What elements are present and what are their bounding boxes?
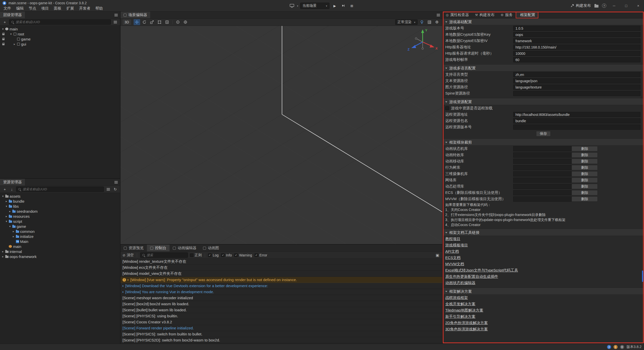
log-entry[interactable]: ! ▸ [Scene] [PHYSICS]: switch from built… [120,331,442,337]
refresh-assets-icon[interactable]: ↻ [112,187,118,192]
menu-item[interactable]: 面板 [51,6,64,11]
asset-row[interactable]: script [0,219,120,224]
asset-row[interactable]: assets [0,194,120,199]
asset-row[interactable]: Main [0,239,120,244]
delete-module-button[interactable]: 删除 [572,146,598,151]
solution-link[interactable]: 全栈开发解决方案 [445,302,475,307]
log-filter-checkbox[interactable]: ✓ Info [221,253,232,257]
move-tool-button[interactable] [134,19,140,25]
doc-link[interactable]: Excel格式转Json文件与TypeScript代码工具 [445,268,518,273]
panel-menu-icon[interactable] [112,12,120,18]
close-button[interactable]: × [634,2,642,10]
asset-row[interactable]: bundle [0,199,120,204]
collapse-logs-icon[interactable]: ▣ [435,252,440,258]
expand-arrow-icon[interactable] [12,230,15,233]
text-input[interactable] [513,124,640,130]
regex-checkbox[interactable] [190,253,193,257]
create-node-button[interactable]: + [2,19,8,25]
rect-tool-button[interactable] [156,19,163,25]
scene-settings-gear-icon[interactable]: ⚙ [434,19,440,25]
inspector-tab[interactable]: 构建发布 [472,12,498,18]
text-input[interactable]: framework [513,38,640,43]
log-entry[interactable]: ! ▸ [Scene] [PHYSICS]: using builtin. [120,313,442,319]
asset-row[interactable]: common [0,229,120,234]
text-input[interactable]: language/json [513,78,640,83]
log-filter-checkbox[interactable]: ✓ Warning [234,253,252,257]
info-count-badge[interactable]: 3 [607,345,611,349]
assets-panel-tab[interactable]: 资源管理器 [0,179,25,186]
delete-module-button[interactable]: 删除 [572,178,598,183]
sort-assets-icon[interactable] [105,187,111,192]
scene-light-toggle[interactable] [419,19,425,25]
hierarchy-panel-tab[interactable]: 层级管理器 [0,12,25,18]
expand-arrow-icon[interactable] [1,195,5,198]
expand-arrow-icon[interactable] [9,32,13,36]
projection-3d-button[interactable]: 3D [123,19,131,25]
preview-window-grid-icon[interactable]: ⊞ [349,3,355,9]
project-folder-icon[interactable] [594,5,598,8]
pivot-toggle-button[interactable] [175,19,181,25]
expand-arrow-icon[interactable] [13,42,16,46]
expand-icon[interactable]: ▸ [128,278,129,281]
log-entry[interactable]: ! ▸ [Scene] [PHYSICS2D]: switch from box… [120,337,442,343]
doc-link[interactable]: 动画状态机编辑器 [445,281,475,285]
solution-link[interactable]: 3D角色扮演游戏解决方案 [445,327,488,332]
doc-link[interactable]: 游戏模板项目 [445,243,468,248]
coordinate-toggle-button[interactable] [182,19,189,25]
scene-grid-toggle[interactable] [426,19,433,25]
minimize-button[interactable]: ─ [610,2,618,10]
hierarchy-node-row[interactable]: main [0,26,120,31]
scale-tool-button[interactable] [149,19,155,25]
bottom-panel-tab[interactable]: 资源预览 [120,245,147,251]
lock-icon[interactable] [1,38,6,40]
text-input[interactable]: oops [513,32,640,37]
bottom-panel-tab[interactable]: 控制台 [147,245,170,251]
expand-arrow-icon[interactable] [5,205,8,208]
asset-row[interactable]: internal [0,249,120,254]
rotate-tool-button[interactable] [141,19,148,25]
error-count-badge[interactable]: 0 [620,345,624,349]
expand-arrow-icon[interactable] [1,27,5,31]
section-header[interactable]: 框架文档工具链接 [443,229,644,236]
hierarchy-node-row[interactable]: game [0,36,120,41]
preview-scene-select[interactable]: 当前场景 ▾ [300,3,330,9]
delete-module-button[interactable]: 删除 [572,196,598,202]
asset-row[interactable]: main [0,244,120,249]
doc-link[interactable]: ECS文档 [445,255,461,260]
menu-item[interactable]: 节点 [26,6,39,11]
import-asset-icon[interactable]: ↓ [9,187,15,192]
expand-arrow-icon[interactable] [5,220,8,223]
doc-link[interactable]: 原生包热更新配置自动生成插件 [445,274,498,279]
log-entry[interactable]: ! ▸ [Window] You are running Vue in deve… [120,289,442,295]
menu-item[interactable]: 编辑 [14,6,26,11]
expand-icon[interactable]: ▸ [123,284,124,287]
menu-item[interactable]: 帮助 [93,6,105,11]
console-search-input[interactable]: 搜索 [140,252,188,258]
log-entry[interactable]: ! ▸ [Window] [Vue warn]: Property "onInp… [120,277,442,283]
text-input[interactable]: http://localhost:8083/assets/bundle [513,112,640,117]
section-header[interactable]: 游戏资源配置 [443,99,644,105]
section-header[interactable]: 游戏多语言配置 [443,65,644,71]
bottom-panel-tab[interactable]: 动画图 [200,245,222,251]
remote-load-checkbox[interactable] [445,106,449,110]
transform-gizmo-button[interactable] [164,19,170,25]
text-input[interactable] [513,91,640,96]
doc-link[interactable]: 教程项目 [445,237,460,241]
section-header[interactable]: 框架模块裁剪 [443,139,644,146]
bottom-panel-tab[interactable]: 动画编辑器 [170,245,200,251]
panel-menu-icon[interactable] [112,179,120,186]
solution-link[interactable]: 战棋游戏框架 [445,295,468,300]
log-entry[interactable]: ! ▸ [Scene] Forward render pipeline init… [120,325,442,331]
scene-viewport[interactable]: Y X Z [120,26,442,244]
inspector-tab[interactable]: 属性检查器 [443,12,472,18]
expand-icon[interactable]: ▸ [123,290,124,293]
filter-icon[interactable] [112,19,118,25]
expand-arrow-icon[interactable] [1,250,5,253]
menu-item[interactable]: 项目 [39,6,51,11]
text-input[interactable]: zh,en [513,72,640,77]
panel-menu-icon[interactable] [434,12,442,18]
doc-link[interactable]: API文档 [445,249,459,254]
section-header[interactable]: 框架解决方案 [443,288,644,295]
solution-link[interactable]: 2D角色扮演游戏解决方案 [445,321,488,325]
inspector-tab[interactable]: 服务 [498,12,516,18]
